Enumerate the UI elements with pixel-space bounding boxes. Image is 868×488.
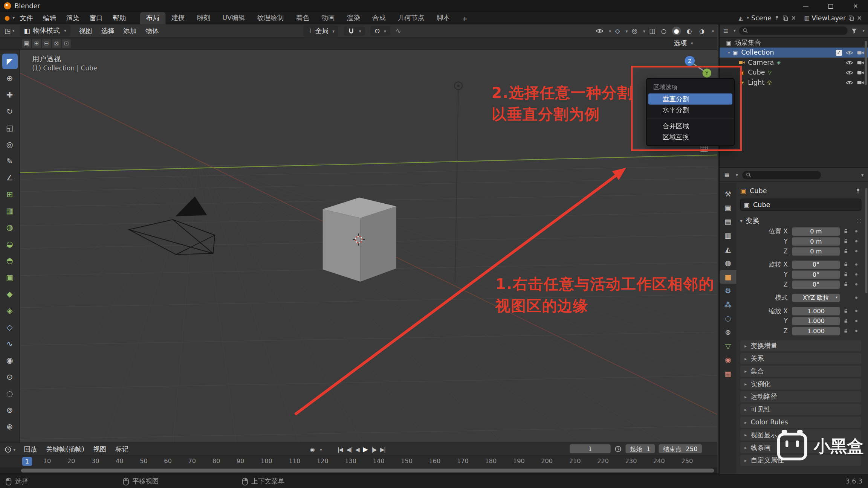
workspace-tab[interactable]: 布局	[140, 12, 165, 24]
duplicate-icon[interactable]	[782, 15, 788, 21]
frame-start-field[interactable]: 起始 1	[625, 444, 655, 453]
close-icon[interactable]	[790, 15, 796, 21]
close-button[interactable]: ×	[843, 0, 868, 12]
lock-icon[interactable]	[840, 271, 852, 277]
workspace-tab[interactable]: 雕刻	[191, 12, 216, 24]
lock-icon[interactable]	[840, 262, 852, 267]
toolbar-tool[interactable]: ◆	[2, 286, 17, 302]
properties-search-input[interactable]	[743, 171, 821, 179]
location-z-field[interactable]: 0 m	[792, 247, 840, 255]
select-mode-icon[interactable]: ⊟	[42, 39, 51, 48]
shading-solid-icon[interactable]: ●	[672, 27, 681, 36]
properties-tab[interactable]: ⊗	[720, 325, 736, 339]
editor-type-icon[interactable]: ◳	[5, 27, 11, 35]
visibility-eye-icon[interactable]	[596, 27, 604, 35]
outliner-row-scene-collection[interactable]: ▣ 场景集合	[720, 38, 868, 47]
properties-tab[interactable]: ⚒	[720, 187, 736, 201]
toolbar-tool[interactable]: ▣	[2, 270, 17, 285]
toolbar-tool[interactable]: ◌	[2, 386, 17, 401]
toolbar-tool[interactable]: ⊚	[2, 402, 17, 418]
minimize-button[interactable]: —	[793, 0, 818, 12]
timeline-menu-item[interactable]: 回放	[20, 443, 41, 455]
properties-section[interactable]: ▸关系	[740, 353, 862, 364]
blender-app-menu-icon[interactable]: ●	[5, 14, 10, 21]
toolbar-tool[interactable]: ⊙	[2, 369, 17, 384]
rotation-z-field[interactable]: 0°	[792, 280, 840, 288]
toolbar-tool[interactable]: ▦	[2, 203, 17, 218]
lock-icon[interactable]	[840, 328, 852, 334]
workspace-tab[interactable]: 动画	[315, 12, 341, 24]
options-dropdown[interactable]: 选项 ▾	[674, 39, 693, 48]
animate-dot[interactable]	[855, 320, 857, 322]
timeline-menu-item[interactable]: 关键帧(插帧)	[42, 443, 89, 455]
toolbar-tool[interactable]: ◉	[2, 352, 17, 368]
workspace-tab[interactable]: 合成	[366, 12, 392, 24]
pin-icon[interactable]	[855, 188, 862, 194]
timeline-editor-icon[interactable]	[5, 446, 12, 453]
properties-section[interactable]: ▸变换增量	[740, 340, 862, 351]
shading-material-icon[interactable]: ◐	[685, 27, 694, 36]
toolbar-tool[interactable]: ⊛	[2, 419, 17, 434]
menu-item[interactable]: 编辑	[38, 12, 61, 24]
timeline-menu-item[interactable]: 视图	[89, 443, 110, 455]
outliner-row-camera[interactable]: Camera ◈	[720, 58, 868, 67]
close-icon[interactable]	[856, 15, 862, 21]
menu-item[interactable]: 文件	[15, 12, 38, 24]
scale-y-field[interactable]: 1.000	[792, 317, 840, 325]
lock-icon[interactable]	[840, 318, 852, 324]
outliner-scrollbar[interactable]	[865, 41, 867, 85]
workspace-tab[interactable]: 纹理绘制	[251, 12, 290, 24]
animate-dot[interactable]	[855, 263, 857, 265]
location-y-field[interactable]: 0 m	[792, 237, 840, 246]
timeline-scrollbar[interactable]	[21, 469, 714, 473]
mode-selector[interactable]: ◧ 物体模式 ▾	[20, 25, 70, 37]
render-camera-icon[interactable]	[857, 59, 864, 66]
transform-orientation-dropdown[interactable]: ⊥ 全局 ▾	[303, 25, 338, 37]
viewlayer-selector[interactable]: ▥ ViewLayer	[804, 14, 862, 22]
toolbar-tool[interactable]: ◎	[2, 137, 17, 152]
scene-selector[interactable]: ◭ ▾ Scene	[739, 14, 796, 22]
outliner-row-cube[interactable]: ▣ Cube ▽	[720, 67, 868, 77]
snapping-dropdown[interactable]: ▾	[344, 26, 365, 36]
use-preview-range-icon[interactable]	[614, 445, 622, 452]
animate-dot[interactable]	[855, 230, 857, 232]
rotation-x-field[interactable]: 0°	[792, 260, 840, 268]
outliner-row-light[interactable]: ☀ Light ◎	[720, 78, 868, 87]
toolbar-tool[interactable]: ◍	[2, 220, 17, 235]
duplicate-icon[interactable]	[848, 15, 854, 21]
next-keyframe-button[interactable]: |▶	[371, 446, 376, 452]
toolbar-tool[interactable]: ◇	[2, 319, 17, 335]
hide-eye-icon[interactable]	[846, 79, 853, 86]
timeline-menu-item[interactable]: 标记	[112, 443, 133, 455]
properties-section[interactable]: ▸Color Rules	[740, 416, 862, 427]
select-mode-icon[interactable]: ⊞	[32, 39, 41, 48]
animate-dot[interactable]	[855, 330, 857, 332]
outliner-search-input[interactable]	[739, 27, 848, 35]
animate-dot[interactable]	[855, 310, 857, 312]
falloff-icon[interactable]: ∿	[396, 27, 401, 35]
proportional-editing-dropdown[interactable]: ⊙ ▾	[371, 26, 390, 36]
toolbar-tool[interactable]: ✎	[2, 153, 17, 169]
hide-eye-icon[interactable]	[846, 69, 853, 76]
menu-item[interactable]: 窗口	[84, 12, 108, 24]
hide-eye-icon[interactable]	[846, 59, 853, 66]
select-mode-icon[interactable]: ⊡	[62, 39, 71, 48]
overlays-icon[interactable]: ◎	[632, 27, 637, 35]
properties-tab[interactable]: ◉	[720, 353, 736, 367]
frame-end-field[interactable]: 结束点 250	[659, 444, 702, 453]
play-button[interactable]: ▶	[363, 445, 367, 453]
current-frame-marker[interactable]: 1	[22, 457, 32, 466]
collection-checkbox[interactable]: ✓	[836, 50, 842, 56]
shading-rendered-icon[interactable]: ◑	[697, 27, 706, 36]
properties-tab[interactable]: ▽	[720, 339, 736, 353]
properties-tab[interactable]: ◭	[720, 242, 736, 256]
select-mode-icon[interactable]: ⊠	[52, 39, 61, 48]
properties-tab[interactable]: ▥	[720, 229, 736, 242]
properties-tab[interactable]: ◌	[720, 311, 736, 325]
workspace-tab[interactable]: 建模	[165, 12, 191, 24]
properties-section[interactable]: ▸实例化	[740, 378, 862, 389]
properties-scrollbar[interactable]	[865, 188, 868, 293]
menu-item[interactable]: 渲染	[61, 12, 85, 24]
toolbar-tool[interactable]: ◓	[2, 253, 17, 268]
workspace-tab[interactable]: 脚本	[431, 12, 456, 24]
